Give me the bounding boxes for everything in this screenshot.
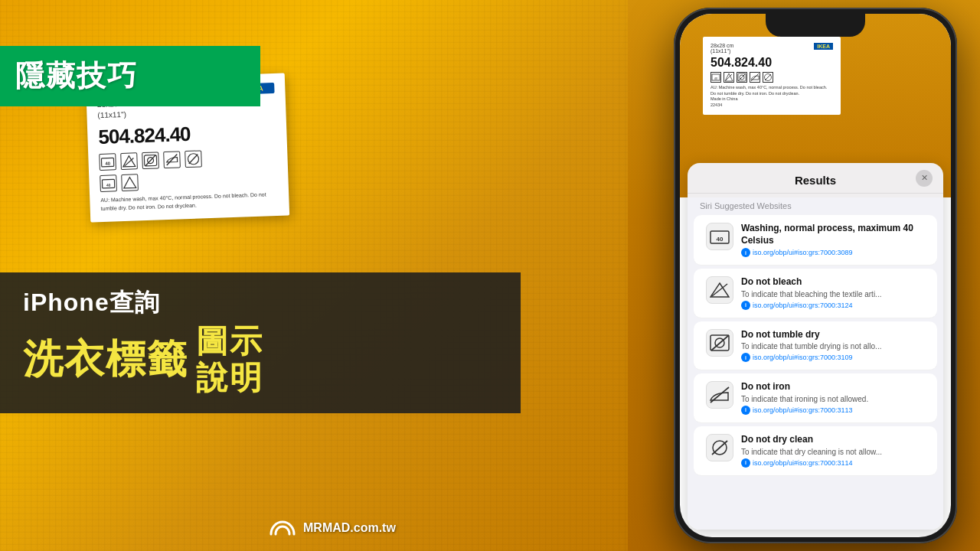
phone-care-nodryclean (763, 72, 773, 83)
result-title-iron: Do not iron (741, 381, 925, 393)
url-text-wash: iso.org/obp/ui#iso:grs:7000:3089 (753, 249, 853, 256)
mrmad-icon (268, 519, 297, 537)
svg-line-6 (145, 155, 155, 165)
result-title-bleach: Do not bleach (741, 276, 925, 289)
dark-banner-label1: 洗衣標籤 (23, 333, 188, 386)
dark-banner-label2: 圖示 說明 (196, 320, 263, 399)
phone-label-mini: 28x28 cm(11x11") IKEA 504.824.40 40 (703, 37, 841, 115)
dark-banner-bottom: 洗衣標籤 圖示 說明 (23, 320, 498, 399)
iphone-mockup: 28x28 cm(11x11") IKEA 504.824.40 40 (674, 8, 957, 543)
url-dot-iron: i (741, 406, 750, 415)
svg-line-20 (751, 73, 759, 81)
phone-care-noiron (750, 72, 760, 83)
result-item-bleach[interactable]: Do not bleach To indicate that bleaching… (694, 269, 937, 318)
result-item-tumble[interactable]: Do not tumble dry To indicate that tumbl… (694, 321, 937, 371)
svg-marker-2 (122, 155, 135, 167)
url-dot-wash: i (741, 248, 750, 257)
care-icons-row-1: 40 (99, 148, 277, 171)
results-panel: Results ✕ Siri Suggested Websites 40 Was… (688, 163, 943, 530)
svg-text:40: 40 (105, 161, 111, 166)
result-content-iron: Do not iron To indicate that ironing is … (741, 381, 925, 415)
iphone-screen: 28x28 cm(11x11") IKEA 504.824.40 40 (680, 14, 951, 537)
result-url-wash: i iso.org/obp/ui#iso:grs:7000:3089 (741, 248, 925, 257)
care-icon-wash2: 40 (100, 174, 117, 192)
care-icon-no-tumble (142, 152, 159, 169)
url-text-iron: iso.org/obp/ui#iso:grs:7000:3113 (753, 406, 853, 414)
url-dot-dryclean: i (741, 458, 750, 468)
care-icon-wash: 40 (99, 153, 116, 171)
care-icon-no-bleach (120, 152, 138, 170)
url-text-bleach: iso.org/obp/ui#iso:grs:7000:3124 (753, 302, 853, 309)
green-banner: 隱藏技巧 (0, 46, 260, 106)
result-url-iron: i iso.org/obp/ui#iso:grs:7000:3113 (741, 406, 925, 415)
ikea-price: 504.824.40 (98, 119, 276, 149)
svg-text:40: 40 (717, 236, 724, 243)
care-icon-2 (121, 174, 139, 191)
results-section-label: Siri Suggested Websites (688, 194, 943, 215)
results-close-button[interactable]: ✕ (916, 170, 933, 187)
url-text-dryclean: iso.org/obp/ui#iso:grs:7000:3114 (753, 459, 853, 467)
result-title-wash: Washing, normal process, maximum 40 Cels… (741, 223, 925, 246)
iphone-notch (766, 14, 865, 37)
mrmad-text: MRMAD.com.tw (303, 521, 396, 535)
results-header: Results ✕ (688, 163, 943, 194)
result-icon-dryclean (706, 434, 733, 461)
result-desc-tumble: To indicate that tumble drying is not al… (741, 341, 925, 351)
result-title-tumble: Do not tumble dry (741, 329, 925, 341)
result-content-bleach: Do not bleach To indicate that bleaching… (741, 276, 925, 310)
dark-banner-top: iPhone查詢 (23, 286, 498, 320)
result-title-dryclean: Do not dry clean (741, 434, 925, 446)
result-content-dryclean: Do not dry clean To indicate that dry cl… (741, 434, 925, 468)
result-content-tumble: Do not tumble dry To indicate that tumbl… (741, 329, 925, 363)
care-icon-no-iron (163, 151, 181, 168)
green-banner-text: 隱藏技巧 (15, 57, 245, 96)
svg-line-19 (738, 73, 746, 81)
url-text-tumble: iso.org/obp/ui#iso:grs:7000:3109 (753, 354, 853, 361)
phone-care-wash: 40 (710, 72, 721, 83)
result-desc-iron: To indicate that ironing is not allowed. (741, 394, 925, 404)
ikea-small-text: AU: Machine wash, max 40°C, normal proce… (100, 191, 279, 213)
svg-marker-12 (123, 177, 136, 188)
svg-text:40: 40 (714, 77, 718, 80)
url-dot-tumble: i (741, 353, 750, 362)
result-item-dryclean[interactable]: Do not dry clean To indicate that dry cl… (694, 426, 937, 476)
mrmad-logo-area: MRMAD.com.tw (268, 519, 396, 537)
phone-label-small-text: AU: Machine wash, max 40°C, normal proce… (710, 85, 833, 109)
svg-text:40: 40 (106, 183, 111, 187)
phone-label-price: 504.824.40 (710, 56, 833, 70)
result-icon-bleach (706, 276, 733, 304)
result-icon-wash: 40 (706, 223, 733, 250)
phone-care-nobleach (724, 72, 734, 83)
svg-line-22 (765, 74, 771, 80)
result-content-wash: Washing, normal process, maximum 40 Cels… (741, 223, 925, 257)
phone-care-notumble (737, 72, 747, 83)
results-title: Results (795, 174, 836, 187)
result-url-bleach: i iso.org/obp/ui#iso:grs:7000:3124 (741, 301, 925, 310)
svg-line-9 (188, 155, 198, 164)
dark-banner-desc-text: 說明 (196, 357, 263, 399)
result-icon-iron (706, 381, 733, 409)
svg-line-29 (711, 335, 729, 350)
result-url-dryclean: i iso.org/obp/ui#iso:grs:7000:3114 (741, 458, 925, 468)
result-url-tumble: i iso.org/obp/ui#iso:grs:7000:3109 (741, 353, 925, 362)
result-desc-dryclean: To indicate that dry cleaning is not all… (741, 447, 925, 457)
result-item-iron[interactable]: Do not iron To indicate that ironing is … (694, 373, 937, 423)
result-item-wash[interactable]: 40 Washing, normal process, maximum 40 C… (694, 215, 937, 266)
dark-banner: iPhone查詢 洗衣標籤 圖示 說明 (0, 272, 521, 413)
url-dot-bleach: i (741, 301, 750, 310)
svg-line-26 (712, 284, 727, 296)
result-desc-bleach: To indicate that bleaching the textile a… (741, 289, 925, 299)
care-icons-row-2: 40 (100, 169, 278, 192)
result-icon-tumble (706, 329, 733, 357)
left-background: PEPT28x28 cm(11x11") IKEA Design and Qua… (0, 0, 628, 551)
phone-label-care-icons: 40 (710, 72, 833, 83)
care-icon-no-dryclean (185, 150, 202, 168)
